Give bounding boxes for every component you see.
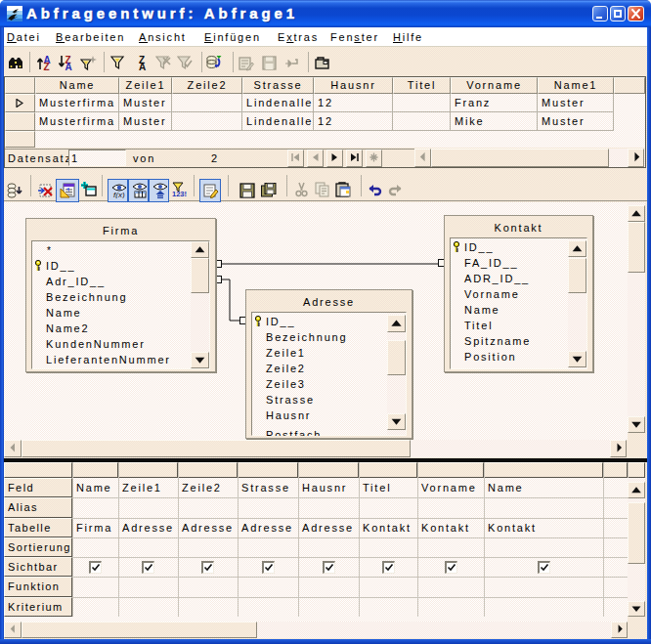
- svg-text:f(x): f(x): [113, 191, 125, 198]
- svg-text:123!: 123!: [172, 190, 187, 197]
- svg-text:A: A: [139, 62, 146, 70]
- svg-text:Z: Z: [44, 62, 50, 70]
- svg-text:A: A: [65, 62, 72, 70]
